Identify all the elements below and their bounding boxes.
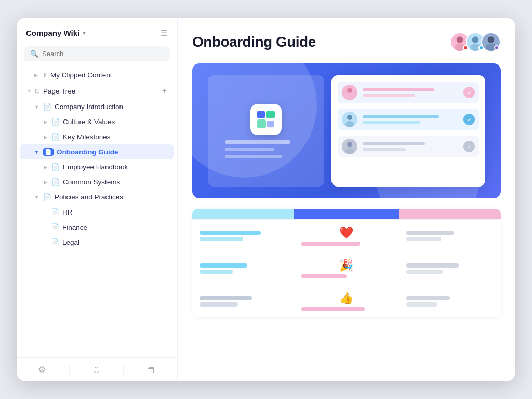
culture-label: Culture & Values [63, 118, 115, 126]
policies-label: Policies and Practices [55, 193, 123, 201]
bar-3-5 [406, 302, 437, 307]
page-icon-culture: 📄 [51, 118, 60, 126]
common-systems-label: Common Systems [63, 178, 120, 186]
page-icon-hr: 📄 [51, 208, 59, 216]
hero-row-1: ✓ [338, 82, 479, 103]
add-page-icon[interactable]: + [162, 86, 167, 96]
sidebar-item-clipped[interactable]: ▶ ⬆ My Clipped Content [20, 68, 174, 83]
sidebar-item-policies[interactable]: ▼ 📄 Policies and Practices [20, 190, 174, 205]
bar-3-1 [200, 296, 252, 300]
emoji-thumbsup: 👍 [339, 291, 353, 304]
share-icon[interactable]: ⬡ [93, 365, 100, 375]
settings-icon[interactable]: ⚙ [38, 364, 46, 375]
table-cell-3-1 [192, 285, 294, 317]
svg-point-2 [472, 36, 479, 43]
arrow-milestones: ▶ [44, 135, 47, 140]
page-icon-milestones: 📄 [51, 133, 60, 141]
svg-point-11 [345, 94, 354, 100]
hero-row-line-1b [363, 94, 415, 97]
emoji-heart: ❤️ [339, 226, 353, 239]
hero-avatar-1 [342, 85, 357, 100]
clipped-content-label: My Clipped Content [50, 71, 112, 79]
table-row: 🎉 [192, 252, 501, 285]
table-cell-3-2: 👍 [294, 285, 399, 317]
avatar-3 [481, 32, 501, 52]
finance-label: Finance [62, 223, 87, 231]
table-header-row [192, 209, 501, 219]
svg-rect-7 [266, 110, 275, 118]
sidebar-footer: ⚙ ⬡ 🗑 [17, 357, 177, 381]
svg-point-13 [345, 121, 354, 127]
page-icon-handbook: 📄 [51, 163, 60, 171]
svg-point-0 [457, 36, 463, 43]
page-tree-section[interactable]: ▼ ⊟ Page Tree + [20, 83, 174, 99]
table-cell-2-3 [399, 252, 501, 285]
bar-2-3 [301, 274, 347, 278]
search-input[interactable] [42, 50, 164, 58]
arrow-common-systems: ▶ [44, 180, 47, 185]
sidebar-item-finance[interactable]: 📄 Finance [20, 220, 174, 235]
handbook-label: Employee Handbook [63, 163, 128, 171]
app-container: Company Wiki ▾ ☰ 🔍 ▶ ⬆ My Clipped Conten… [17, 18, 515, 381]
hero-right-panel: ✓ ✓ [331, 75, 485, 186]
hero-avatar-2 [342, 112, 357, 127]
bar-3-4 [406, 296, 450, 300]
sidebar-item-culture[interactable]: ▶ 📄 Culture & Values [20, 114, 174, 129]
page-icon-company-intro: 📄 [43, 103, 51, 111]
main-content: Onboarding Guide [178, 18, 515, 381]
bar-1-3 [301, 242, 360, 246]
arrow-culture: ▶ [44, 119, 47, 125]
svg-point-4 [488, 36, 495, 43]
tree-icon: ⊟ [35, 87, 40, 95]
table-cell-1-1 [192, 219, 294, 252]
hero-row-line-3b [363, 148, 406, 151]
hero-left-panel [208, 75, 325, 186]
hero-line-2 [225, 148, 274, 151]
table-header-col3 [399, 209, 501, 219]
sidebar-header: Company Wiki ▾ ☰ [17, 18, 177, 43]
sidebar-title[interactable]: Company Wiki ▾ [26, 29, 86, 37]
bar-2-4 [406, 263, 459, 268]
legal-label: Legal [62, 238, 79, 246]
hero-avatar-3 [342, 139, 357, 154]
svg-point-10 [347, 88, 352, 93]
menu-icon[interactable]: ☰ [161, 28, 168, 38]
bar-1-4 [406, 231, 454, 235]
nav-list: ▶ ⬆ My Clipped Content ▼ ⊟ Page Tree + ▼… [17, 66, 177, 357]
arrow-company-intro: ▼ [34, 104, 39, 110]
sidebar-item-common-systems[interactable]: ▶ 📄 Common Systems [20, 175, 174, 190]
hero-text-lines [225, 140, 307, 158]
sidebar-item-company-intro[interactable]: ▼ 📄 Company Introduction [20, 99, 174, 114]
svg-rect-9 [267, 120, 274, 127]
hero-row-3: ✓ [338, 136, 479, 157]
sidebar: Company Wiki ▾ ☰ 🔍 ▶ ⬆ My Clipped Conten… [17, 18, 178, 381]
bar-3-2 [200, 302, 238, 307]
hr-label: HR [62, 208, 73, 216]
hero-line-3 [225, 155, 282, 158]
svg-rect-6 [257, 110, 265, 118]
content-header: Onboarding Guide [192, 32, 501, 52]
hero-row-line-1a [363, 88, 434, 91]
sidebar-item-hr[interactable]: 📄 HR [20, 205, 174, 220]
svg-point-12 [347, 115, 352, 120]
arrow-handbook: ▶ [44, 165, 47, 170]
arrow-onboarding: ▼ [34, 150, 39, 155]
table-cell-1-3 [399, 219, 501, 252]
sidebar-item-onboarding[interactable]: ▼ 📄 Onboarding Guide [20, 144, 174, 159]
footer-divider-1 [69, 365, 70, 375]
delete-icon[interactable]: 🗑 [147, 365, 156, 375]
bar-2-5 [406, 270, 443, 274]
page-icon-onboarding: 📄 [43, 148, 54, 156]
expand-arrow-pagetree: ▼ [27, 88, 32, 94]
search-icon: 🔍 [30, 50, 38, 58]
page-title: Onboarding Guide [192, 34, 316, 50]
sidebar-item-milestones[interactable]: ▶ 📄 Key Milestones [20, 129, 174, 144]
bar-1-2 [200, 237, 243, 241]
page-icon-common-systems: 📄 [51, 178, 60, 186]
sidebar-item-legal[interactable]: 📄 Legal [20, 235, 174, 250]
sidebar-item-handbook[interactable]: ▶ 📄 Employee Handbook [20, 159, 174, 175]
bar-1-5 [406, 237, 441, 241]
expand-arrow-clipped: ▶ [34, 73, 38, 78]
hero-row-2: ✓ [338, 109, 479, 130]
search-box[interactable]: 🔍 [24, 46, 170, 61]
